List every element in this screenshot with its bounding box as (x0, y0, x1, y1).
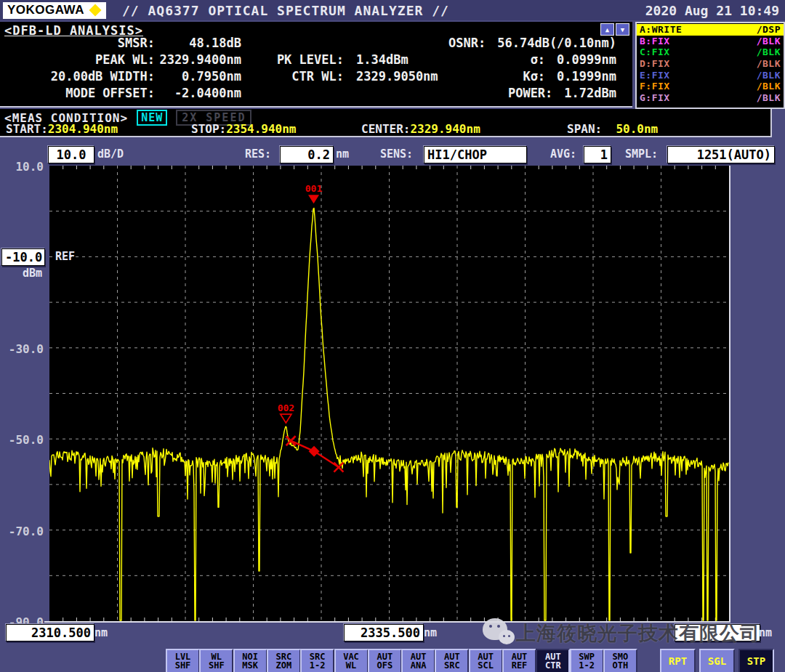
analysis-right-group: Kσ:0.1999nm (523, 69, 616, 84)
sens-field[interactable]: HI1/CHOP (424, 146, 527, 163)
meas-field-label: CENTER: (361, 122, 410, 136)
softkey-aut-ofs[interactable]: AUTOFS (368, 649, 402, 672)
meas-field-value: 2329.940nm (410, 122, 480, 136)
ref-line-label: REF (55, 250, 75, 263)
x-left-field[interactable]: 2310.500 (6, 624, 94, 641)
softkey-vac-wl[interactable]: VACWL (334, 649, 369, 672)
analysis-results: SMSR:48.18dBOSNR:56.74dB(/0.10nm)PEAK WL… (0, 36, 632, 102)
softkey-aut-src[interactable]: AUTSRC (435, 649, 469, 672)
softkey-label: WL (336, 661, 367, 670)
rpt-button[interactable]: RPT (660, 649, 696, 672)
res-field[interactable]: 0.2 (280, 146, 334, 163)
analysis-label: SMSR: (118, 36, 155, 50)
softkey-label: RPT (661, 656, 694, 666)
softkey-noi-msk[interactable]: NOIMSK (233, 649, 267, 672)
trace-status-panel: A:WRITE/DSPB:FIX/BLKC:FIX/BLKD:FIX/BLKE:… (635, 22, 785, 109)
meas-field-span[interactable]: SPAN: 50.0nm (567, 122, 658, 136)
analysis-label: MODE OFFSET: (65, 86, 155, 100)
softkey-smo-oth[interactable]: SMOOTH (603, 649, 637, 672)
trace-name: F:FIX (640, 81, 670, 92)
sgl-button[interactable]: SGL (699, 649, 735, 672)
res-label: RES: (245, 145, 271, 163)
y-axis-tick-label: -50.0 (1, 433, 44, 447)
ref-level-field[interactable]: -10.0 (1, 248, 45, 266)
avg-label: AVG: (550, 145, 576, 163)
trace-mode: /BLK (757, 58, 781, 69)
y-axis-tick-label: 10.0 (1, 160, 44, 174)
softkey-label: 1-2 (571, 661, 603, 670)
y-axis-unit: dBm (0, 264, 42, 282)
analysis-value: 56.74dB(/0.10nm) (497, 36, 616, 50)
osa-screen: YOKOGAWA // AQ6377 OPTICAL SPECTRUM ANAL… (0, 0, 785, 672)
analysis-row: 20.00dB WIDTH:0.7950nmCTR WL:2329.9050nm… (0, 69, 632, 86)
meas-field-start[interactable]: START:2304.940nm (6, 122, 118, 136)
x-left-unit: nm (94, 624, 108, 641)
meas-field-stop[interactable]: STOP:2354.940nm (191, 122, 297, 136)
analysis-label: PK LEVEL: (277, 52, 344, 67)
softkey-label: CTR (537, 661, 568, 670)
trace-row-c[interactable]: C:FIX/BLK (637, 46, 784, 58)
softkey-lvl-shf[interactable]: LVLSHF (166, 649, 200, 672)
softkey-aut-ctr[interactable]: AUTCTR (536, 649, 570, 672)
x-right-unit: nm (759, 624, 772, 641)
trace-mode: /BLK (757, 92, 781, 103)
trace-row-d[interactable]: D:FIX/BLK (637, 58, 784, 70)
softkey-label: ZOM (268, 661, 299, 670)
softkey-src-zom[interactable]: SRCZOM (267, 649, 301, 672)
trace-row-e[interactable]: E:FIX/BLK (637, 69, 784, 81)
trace-name: D:FIX (640, 58, 670, 69)
level-scale-unit: dB/D (97, 145, 124, 163)
analysis-row: MODE OFFSET:-2.0400nmPOWER:1.72dBm (0, 86, 632, 102)
meas-field-center[interactable]: CENTER:2329.940nm (361, 122, 480, 136)
trace-mode: /DSP (757, 24, 781, 35)
softkey-label: MSK (235, 661, 266, 670)
meas-field-value: 2354.940nm (226, 122, 296, 136)
analysis-label: CTR WL: (291, 69, 344, 84)
softkey-wl-shf[interactable]: WLSHF (199, 649, 233, 672)
softkey-label: OFS (369, 661, 400, 670)
meas-field-label: SPAN: (567, 122, 602, 136)
softkey-aut-ref[interactable]: AUTREF (502, 649, 536, 672)
softkey-label: SHF (167, 661, 198, 670)
scroll-up-button[interactable]: ▲ (600, 23, 614, 36)
softkey-swp-1-2[interactable]: SWP1-2 (570, 649, 604, 672)
y-axis-tick-label: -30.0 (1, 342, 44, 356)
up-arrow-icon: ▲ (605, 26, 609, 33)
meas-condition-bar: <MEAS CONDITION> NEW 2X SPEED START:2304… (0, 109, 772, 137)
trace-row-f[interactable]: F:FIX/BLK (637, 81, 784, 92)
level-scale-field[interactable]: 10.0 (48, 146, 94, 163)
trace-mode: /BLK (757, 70, 781, 81)
avg-field[interactable]: 1 (584, 146, 611, 163)
trace-name: A:WRITE (640, 24, 682, 35)
trace-name: C:FIX (640, 46, 670, 57)
trace-row-g[interactable]: G:FIX/BLK (637, 92, 784, 104)
y-axis-tick-label: -70.0 (1, 525, 44, 538)
x-center-field[interactable]: 2335.500 (344, 624, 424, 641)
softkey-label: SCL (470, 661, 502, 670)
meas-field-label: START: (6, 122, 48, 136)
analysis-label: POWER: (508, 86, 552, 100)
yokogawa-logo-text: YOKOGAWA (7, 3, 84, 17)
trace-row-a[interactable]: A:WRITE/DSP (637, 24, 784, 36)
scroll-down-button[interactable]: ▼ (616, 23, 629, 36)
res-unit: nm (336, 145, 349, 163)
x-right-field[interactable] (675, 624, 760, 641)
analysis-value: 0.7950nm (182, 69, 241, 84)
stp-button[interactable]: STP (738, 649, 774, 672)
dfb-ld-analysis-panel: <DFB-LD ANALYSIS> ▲ ▼ SMSR:48.18dBOSNR:5… (0, 22, 632, 108)
softkey-aut-scl[interactable]: AUTSCL (469, 649, 503, 672)
analysis-value: 1.34dBm (356, 52, 408, 67)
spectrum-chart: 001002 REF (49, 166, 730, 623)
sweep-range-fields: START:2304.940nmSTOP:2354.940nmCENTER:23… (0, 122, 770, 135)
analysis-value: 2329.9400nm (159, 52, 241, 67)
trace-name: G:FIX (640, 92, 670, 103)
trace-mode: /BLK (757, 46, 781, 57)
softkey-src-1-2[interactable]: SRC1-2 (300, 649, 334, 672)
yokogawa-diamond-icon (89, 4, 102, 17)
smpl-field[interactable]: 1251(AUTO) (667, 146, 775, 163)
trace-row-b[interactable]: B:FIX/BLK (637, 36, 784, 47)
svg-text:002: 002 (278, 402, 294, 413)
softkey-aut-ana[interactable]: AUTANA (401, 649, 435, 672)
sens-label: SENS: (380, 145, 413, 163)
meas-field-label: STOP: (191, 122, 226, 136)
